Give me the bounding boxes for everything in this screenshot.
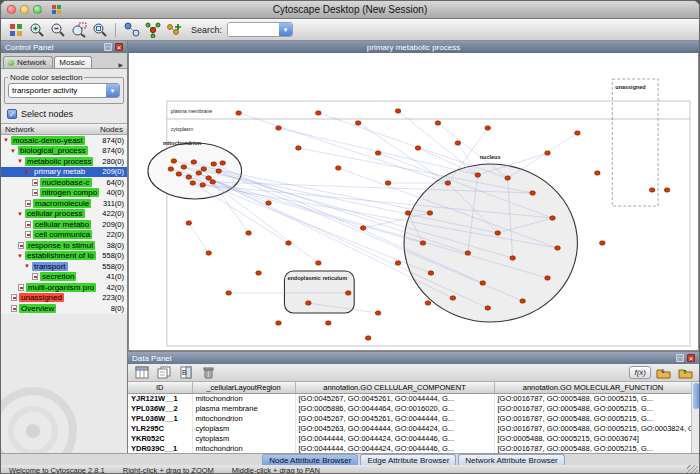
graph-node[interactable] xyxy=(286,241,292,245)
import-attributes-button[interactable] xyxy=(654,363,673,382)
cell[interactable]: cytoplasm xyxy=(192,423,295,433)
tree-item-macromolecule[interactable]: macromolecule311(0) xyxy=(1,198,127,209)
network-graph[interactable]: plasma membranecytoplasmmitochondrionnuc… xyxy=(129,53,698,350)
expand-icon[interactable]: ▼ xyxy=(3,135,11,145)
graph-node[interactable] xyxy=(375,311,381,315)
graph-node[interactable] xyxy=(545,151,551,155)
graph-node[interactable] xyxy=(171,159,177,163)
graph-node[interactable] xyxy=(595,171,601,175)
graph-node[interactable] xyxy=(530,191,536,195)
graph-node[interactable] xyxy=(335,166,341,170)
cell[interactable]: [GO:0016787, GO:0005488, GO:0005215, G..… xyxy=(494,413,692,423)
cell[interactable]: [GO:0045263, GO:0044444, GO:0044424, G..… xyxy=(295,423,494,433)
zoom-in-icon[interactable] xyxy=(27,20,46,39)
table-row-ypl036w-2[interactable]: YPL036W__2plasma membrane[GO:0005886, GO… xyxy=(128,403,692,413)
expand-icon[interactable]: ▼ xyxy=(17,209,25,219)
graph-node[interactable] xyxy=(600,241,606,245)
graph-node[interactable] xyxy=(196,171,202,175)
tree-item-primary-metab[interactable]: ▼primary metab209(0) xyxy=(1,167,127,178)
tree-item-multi-organism-pro[interactable]: multi-organism pro42(0) xyxy=(1,282,127,293)
graph-node[interactable] xyxy=(256,271,262,275)
zoom-to-fit-icon[interactable] xyxy=(90,20,109,39)
cell[interactable]: [GO:0005886, GO:0044464, GO:0016020, G..… xyxy=(295,403,494,413)
float-panel-icon[interactable]: ▢ xyxy=(104,43,112,51)
tab-network-attribute-browser[interactable]: Network Attribute Browser xyxy=(458,454,564,465)
graph-node[interactable] xyxy=(365,336,371,340)
cell[interactable]: [GO:0005488, GO:0005215, GO:0003674] xyxy=(494,433,692,443)
cell[interactable]: YPL036W__1 xyxy=(128,413,192,423)
graph-node[interactable] xyxy=(200,183,206,187)
graph-node[interactable] xyxy=(316,111,322,115)
cell[interactable]: plasma membrane xyxy=(192,403,295,413)
graph-node[interactable] xyxy=(505,176,511,180)
table-row-ykr052c[interactable]: YKR052Ccytoplasm[GO:0044444, GO:0044424,… xyxy=(128,433,692,443)
tab-network[interactable]: Network xyxy=(3,56,53,68)
graph-node[interactable] xyxy=(445,181,451,185)
graph-node[interactable] xyxy=(485,126,491,130)
graph-node[interactable] xyxy=(191,160,197,164)
select-nodes-checkbox[interactable]: ✓ xyxy=(7,109,17,119)
zoom-window-button[interactable] xyxy=(33,5,42,14)
graph-node[interactable] xyxy=(220,161,226,165)
search-dropdown-icon[interactable]: ▾ xyxy=(279,23,292,36)
graph-node[interactable] xyxy=(276,126,282,130)
graph-node[interactable] xyxy=(176,172,182,176)
graph-edge[interactable] xyxy=(189,223,209,253)
graph-node[interactable] xyxy=(545,276,551,280)
column-header-annotation-go-cellular-component[interactable]: annotation.GO CELLULAR_COMPONENT xyxy=(295,382,494,393)
graph-node[interactable] xyxy=(306,301,312,305)
close-panel-icon[interactable]: ✕ xyxy=(115,43,123,51)
expand-icon[interactable]: ▼ xyxy=(17,156,25,166)
graph-node[interactable] xyxy=(465,251,471,255)
tree-item-biological-process[interactable]: ▼biological_process874(0) xyxy=(1,146,127,157)
graph-node[interactable] xyxy=(395,109,401,113)
graph-node[interactable] xyxy=(420,241,426,245)
column-header-annotation-go-molecular-function[interactable]: annotation.GO MOLECULAR_FUNCTION xyxy=(494,382,692,393)
graph-node[interactable] xyxy=(296,146,302,150)
table-row-yjr121w-1[interactable]: YJR121W__1mitochondrion[GO:0045267, GO:0… xyxy=(128,393,692,403)
graph-node[interactable] xyxy=(345,291,351,295)
export-attributes-button[interactable] xyxy=(676,363,695,382)
cell[interactable]: [GO:0044444, GO:0044424, GO:0044446, G..… xyxy=(295,433,494,443)
graph-node[interactable] xyxy=(181,165,187,169)
graph-node[interactable] xyxy=(326,321,332,325)
column-header-cellularlayoutregion[interactable]: _cellularLayoutRegion xyxy=(192,382,295,393)
graph-node[interactable] xyxy=(355,121,361,125)
tab-edge-attribute-browser[interactable]: Edge Attribute Browser xyxy=(360,454,456,465)
search-input[interactable]: ▾ xyxy=(227,22,293,37)
graph-node[interactable] xyxy=(480,281,486,285)
graph-node[interactable] xyxy=(385,181,391,185)
cell[interactable]: mitochondrion xyxy=(192,443,295,453)
tab-mosaic[interactable]: Mosaic xyxy=(54,56,91,68)
graph-node[interactable] xyxy=(226,291,232,295)
tree-item-transport[interactable]: ▼transport558(0) xyxy=(1,261,127,272)
cell[interactable]: [GO:0016787, GO:0005488, GO:0005215, GO:… xyxy=(494,423,692,433)
graph-node[interactable] xyxy=(211,162,217,166)
cell[interactable]: [GO:0016787, GO:0005488, GO:0005215, G..… xyxy=(494,393,692,403)
first-neighbors-icon[interactable] xyxy=(143,20,162,39)
equation-builder-button[interactable]: f(x) xyxy=(629,366,651,379)
tree-item-establishment-of-lo[interactable]: ▼establishment of lo558(0) xyxy=(1,251,127,262)
zoom-selected-region-icon[interactable] xyxy=(69,20,88,39)
close-data-panel-icon[interactable]: ✕ xyxy=(687,354,695,362)
scrollbar-thumb[interactable] xyxy=(693,383,699,409)
graph-node[interactable] xyxy=(510,256,516,260)
tree-item-cellular-metabo[interactable]: cellular metabo209(0) xyxy=(1,219,127,230)
graph-node[interactable] xyxy=(555,246,561,250)
cell[interactable]: YDR039C__1 xyxy=(128,443,192,453)
new-network-from-selection-icon[interactable] xyxy=(164,20,183,39)
cell[interactable]: YKR052C xyxy=(128,433,192,443)
cell[interactable]: [GO:0045267, GO:0045261, GO:0044444, G..… xyxy=(295,413,494,423)
table-row-ypl036w-1[interactable]: YPL036W__1mitochondrion[GO:0045267, GO:0… xyxy=(128,413,692,423)
graph-node[interactable] xyxy=(455,141,461,145)
tree-item-mosaic-demo-yeast[interactable]: ▼mosaic-demo-yeast874(0) xyxy=(1,135,127,146)
graph-node[interactable] xyxy=(575,131,581,135)
graph-node[interactable] xyxy=(316,261,322,265)
cell[interactable]: mitochondrion xyxy=(192,393,295,403)
tree-item-secretion[interactable]: secretion41(0) xyxy=(1,272,127,283)
table-row-ylr295c[interactable]: YLR295Ccytoplasm[GO:0045263, GO:0044444,… xyxy=(128,423,692,433)
graph-node[interactable] xyxy=(210,180,216,184)
graph-node[interactable] xyxy=(186,175,192,179)
table-scrollbar[interactable] xyxy=(691,382,699,453)
tree-item-metabolic-process[interactable]: ▼metabolic process280(0) xyxy=(1,156,127,167)
